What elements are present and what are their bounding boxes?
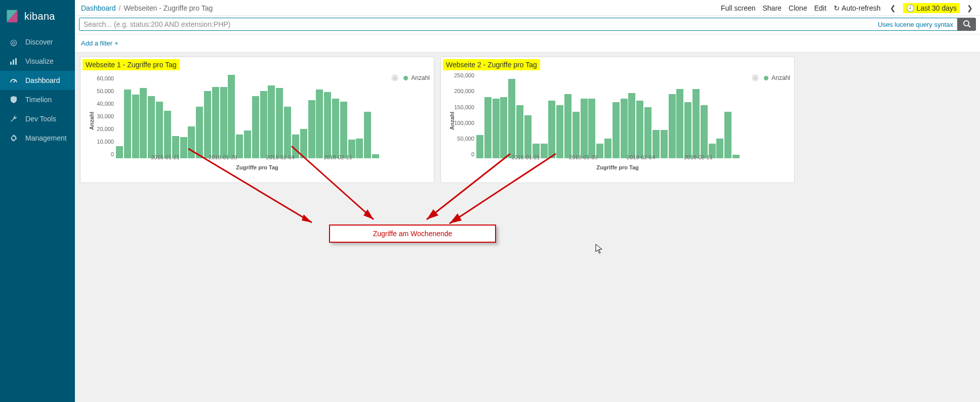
sidebar-item-label: Visualize <box>25 57 54 65</box>
legend-label[interactable]: Anzahl <box>411 74 430 81</box>
y-tick: 30,000 <box>97 113 114 119</box>
topbar: Dashboard / Webseiten - Zugriffe pro Tag… <box>75 0 980 16</box>
bar[interactable] <box>196 107 203 158</box>
nav: ◎ Discover Visualize Dashboard Timelion <box>0 32 75 148</box>
svg-line-7 <box>968 25 970 27</box>
bar[interactable] <box>284 107 291 158</box>
bar[interactable] <box>588 99 595 158</box>
x-tick: 2018-02-04 <box>266 154 295 160</box>
bar[interactable] <box>364 112 371 158</box>
bar[interactable] <box>308 100 315 158</box>
sidebar-item-management[interactable]: Management <box>0 128 75 148</box>
bar[interactable] <box>204 91 211 158</box>
bar[interactable] <box>508 79 515 158</box>
sidebar-item-timelion[interactable]: Timelion <box>0 90 75 109</box>
timepicker-button[interactable]: 🕘 Last 30 days <box>903 3 960 13</box>
gear-icon <box>9 133 18 143</box>
plus-icon: + <box>114 39 118 47</box>
bar[interactable] <box>268 85 275 158</box>
autorefresh-label: Auto-refresh <box>842 4 881 12</box>
svg-rect-4 <box>15 58 17 65</box>
bar[interactable] <box>332 99 339 158</box>
bar[interactable] <box>484 97 492 158</box>
bar[interactable] <box>692 89 700 158</box>
gauge-icon <box>9 76 18 85</box>
share-button[interactable]: Share <box>762 4 781 12</box>
bar[interactable] <box>212 87 219 158</box>
lucene-hint[interactable]: Uses lucene query syntax <box>878 21 953 28</box>
bar[interactable] <box>252 96 259 158</box>
bar[interactable] <box>724 112 731 158</box>
bar[interactable] <box>701 105 708 158</box>
sidebar-item-label: Discover <box>25 38 53 46</box>
y-tick: 250,000 <box>454 72 474 78</box>
svg-point-6 <box>964 21 969 26</box>
sidebar-item-discover[interactable]: ◎ Discover <box>0 32 75 52</box>
breadcrumb-root[interactable]: Dashboard <box>81 4 116 12</box>
x-tick: 2018-01-28 <box>569 154 597 160</box>
time-next-button[interactable]: ❯ <box>965 4 975 12</box>
bar[interactable] <box>573 112 580 158</box>
bar[interactable] <box>621 99 628 158</box>
breadcrumb-current: Webseiten - Zugriffe pro Tag <box>124 4 213 12</box>
bar[interactable] <box>124 90 131 158</box>
autorefresh-button[interactable]: ↻ Auto-refresh <box>834 4 881 12</box>
y-tick: 20,000 <box>97 126 114 132</box>
add-filter-button[interactable]: Add a filter + <box>81 39 118 47</box>
bar[interactable] <box>612 102 620 158</box>
fullscreen-button[interactable]: Full screen <box>721 4 755 12</box>
bar[interactable] <box>636 101 643 158</box>
sidebar-item-visualize[interactable]: Visualize <box>0 52 75 71</box>
sidebar-item-dashboard[interactable]: Dashboard <box>0 71 75 90</box>
time-prev-button[interactable]: ❮ <box>888 4 898 12</box>
x-tick: 2018-02-11 <box>324 154 352 160</box>
timepicker-label: Last 30 days <box>917 4 957 12</box>
x-tick: 2018-01-21 <box>511 154 540 160</box>
x-tick: 2018-02-11 <box>684 154 713 160</box>
bar[interactable] <box>628 93 635 158</box>
cursor-icon <box>595 244 603 256</box>
bar[interactable] <box>548 101 555 158</box>
bar[interactable] <box>676 89 683 158</box>
clock-icon: 🕘 <box>906 4 915 12</box>
search-button[interactable] <box>958 18 976 31</box>
y-tick: 50,000 <box>457 136 474 142</box>
bar[interactable] <box>188 126 195 158</box>
y-axis-label: Anzahl <box>89 112 95 130</box>
bar[interactable] <box>148 96 155 158</box>
edit-button[interactable]: Edit <box>814 4 826 12</box>
bar[interactable] <box>164 111 171 158</box>
bar[interactable] <box>316 90 323 158</box>
bar[interactable] <box>276 88 283 158</box>
bar[interactable] <box>156 102 163 158</box>
legend-collapse-icon[interactable]: › <box>752 74 759 81</box>
legend: › Anzahl <box>752 74 790 81</box>
bar[interactable] <box>220 87 227 158</box>
bar[interactable] <box>644 107 651 158</box>
bar[interactable] <box>493 99 500 158</box>
bar[interactable] <box>524 115 532 158</box>
bar[interactable] <box>260 91 267 158</box>
bar[interactable] <box>140 88 147 158</box>
bar[interactable] <box>684 102 691 158</box>
bar[interactable] <box>324 92 331 158</box>
refresh-icon: ↻ <box>834 4 840 12</box>
bar[interactable] <box>556 105 563 158</box>
sidebar-item-devtools[interactable]: Dev Tools <box>0 109 75 128</box>
bar[interactable] <box>340 102 347 158</box>
bar[interactable] <box>516 105 523 158</box>
bar[interactable] <box>564 94 571 159</box>
bar[interactable] <box>581 99 588 158</box>
bar[interactable] <box>500 97 507 158</box>
bar[interactable] <box>132 95 139 158</box>
bar[interactable] <box>669 94 676 159</box>
sidebar-item-label: Dashboard <box>25 76 60 84</box>
clone-button[interactable]: Clone <box>789 4 807 12</box>
legend-collapse-icon[interactable]: › <box>391 74 398 81</box>
legend-label[interactable]: Anzahl <box>771 74 790 81</box>
y-axis: 050,000100,000150,000200,000250,000 <box>456 72 476 154</box>
y-tick: 10,000 <box>97 139 114 145</box>
search-input[interactable] <box>84 20 874 28</box>
wrench-icon <box>9 114 18 123</box>
bar[interactable] <box>228 75 235 158</box>
